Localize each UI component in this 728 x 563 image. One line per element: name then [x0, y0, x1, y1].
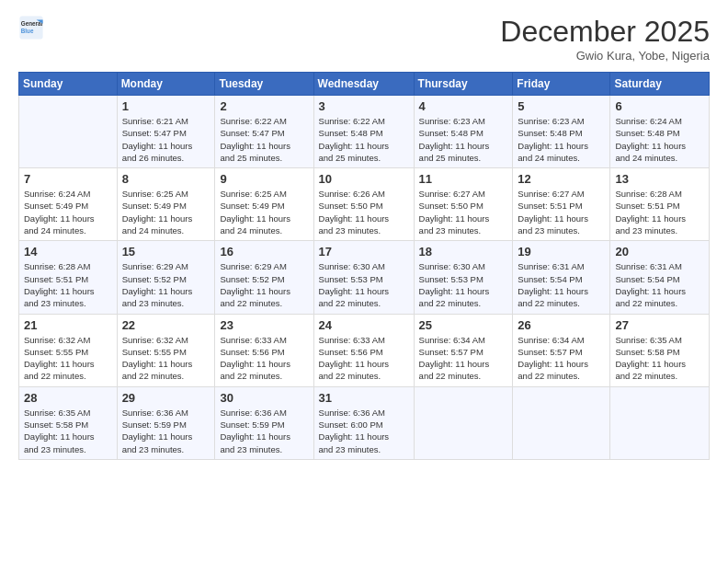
- header: General Blue December 2025 Gwio Kura, Yo…: [18, 15, 710, 63]
- day-number: 3: [319, 99, 409, 113]
- day-number: 16: [220, 245, 308, 259]
- cell-info: Sunrise: 6:31 AM Sunset: 5:54 PM Dayligh…: [518, 260, 605, 309]
- calendar-cell: 26Sunrise: 6:34 AM Sunset: 5:57 PM Dayli…: [513, 314, 610, 386]
- calendar-cell: 19Sunrise: 6:31 AM Sunset: 5:54 PM Dayli…: [513, 241, 610, 314]
- day-number: 23: [220, 318, 308, 332]
- cell-info: Sunrise: 6:35 AM Sunset: 5:58 PM Dayligh…: [615, 334, 704, 383]
- location: Gwio Kura, Yobe, Nigeria: [500, 49, 710, 63]
- day-number: 10: [319, 172, 409, 186]
- cell-info: Sunrise: 6:36 AM Sunset: 6:00 PM Dayligh…: [319, 407, 409, 455]
- cell-info: Sunrise: 6:25 AM Sunset: 5:49 PM Dayligh…: [220, 188, 308, 236]
- calendar-cell: 11Sunrise: 6:27 AM Sunset: 5:50 PM Dayli…: [414, 168, 513, 241]
- cell-info: Sunrise: 6:32 AM Sunset: 5:55 PM Dayligh…: [24, 334, 112, 383]
- day-number: 26: [518, 318, 605, 332]
- day-number: 17: [319, 245, 409, 259]
- calendar-week-row: 7Sunrise: 6:24 AM Sunset: 5:49 PM Daylig…: [19, 168, 710, 241]
- cell-info: Sunrise: 6:21 AM Sunset: 5:47 PM Dayligh…: [122, 115, 210, 164]
- calendar-cell: 27Sunrise: 6:35 AM Sunset: 5:58 PM Dayli…: [610, 314, 710, 386]
- cell-info: Sunrise: 6:27 AM Sunset: 5:50 PM Dayligh…: [419, 188, 508, 236]
- cell-info: Sunrise: 6:32 AM Sunset: 5:55 PM Dayligh…: [122, 334, 210, 383]
- calendar-cell: 2Sunrise: 6:22 AM Sunset: 5:47 PM Daylig…: [215, 96, 313, 168]
- day-number: 24: [319, 318, 409, 332]
- day-number: 31: [319, 391, 409, 405]
- calendar-week-row: 1Sunrise: 6:21 AM Sunset: 5:47 PM Daylig…: [19, 96, 710, 168]
- calendar-cell: 12Sunrise: 6:27 AM Sunset: 5:51 PM Dayli…: [513, 168, 610, 241]
- calendar-cell: 18Sunrise: 6:30 AM Sunset: 5:53 PM Dayli…: [414, 241, 513, 314]
- calendar-cell: 31Sunrise: 6:36 AM Sunset: 6:00 PM Dayli…: [313, 386, 414, 459]
- cell-info: Sunrise: 6:31 AM Sunset: 5:54 PM Dayligh…: [615, 260, 704, 309]
- calendar-cell: 25Sunrise: 6:34 AM Sunset: 5:57 PM Dayli…: [414, 314, 513, 386]
- cell-info: Sunrise: 6:28 AM Sunset: 5:51 PM Dayligh…: [24, 260, 112, 309]
- cell-info: Sunrise: 6:26 AM Sunset: 5:50 PM Dayligh…: [319, 188, 409, 236]
- col-thursday: Thursday: [414, 73, 513, 96]
- calendar-week-row: 14Sunrise: 6:28 AM Sunset: 5:51 PM Dayli…: [19, 241, 710, 314]
- svg-text:Blue: Blue: [21, 28, 34, 34]
- day-number: 4: [419, 99, 508, 113]
- calendar-table: Sunday Monday Tuesday Wednesday Thursday…: [18, 72, 710, 460]
- calendar-cell: 9Sunrise: 6:25 AM Sunset: 5:49 PM Daylig…: [215, 168, 313, 241]
- cell-info: Sunrise: 6:22 AM Sunset: 5:47 PM Dayligh…: [220, 115, 308, 164]
- cell-info: Sunrise: 6:24 AM Sunset: 5:49 PM Dayligh…: [24, 188, 112, 236]
- calendar-cell: 15Sunrise: 6:29 AM Sunset: 5:52 PM Dayli…: [117, 241, 215, 314]
- calendar-cell: 13Sunrise: 6:28 AM Sunset: 5:51 PM Dayli…: [610, 168, 710, 241]
- cell-info: Sunrise: 6:29 AM Sunset: 5:52 PM Dayligh…: [122, 260, 210, 309]
- cell-info: Sunrise: 6:27 AM Sunset: 5:51 PM Dayligh…: [518, 188, 605, 236]
- calendar-cell: 3Sunrise: 6:22 AM Sunset: 5:48 PM Daylig…: [313, 96, 414, 168]
- calendar-week-row: 21Sunrise: 6:32 AM Sunset: 5:55 PM Dayli…: [19, 314, 710, 386]
- cell-info: Sunrise: 6:25 AM Sunset: 5:49 PM Dayligh…: [122, 188, 210, 236]
- calendar-cell: 24Sunrise: 6:33 AM Sunset: 5:56 PM Dayli…: [313, 314, 414, 386]
- calendar-cell: 4Sunrise: 6:23 AM Sunset: 5:48 PM Daylig…: [414, 96, 513, 168]
- cell-info: Sunrise: 6:35 AM Sunset: 5:58 PM Dayligh…: [24, 407, 112, 455]
- calendar-cell: 28Sunrise: 6:35 AM Sunset: 5:58 PM Dayli…: [19, 386, 118, 459]
- day-number: 5: [518, 99, 605, 113]
- calendar-cell: 16Sunrise: 6:29 AM Sunset: 5:52 PM Dayli…: [215, 241, 313, 314]
- day-number: 11: [419, 172, 508, 186]
- title-section: December 2025 Gwio Kura, Yobe, Nigeria: [500, 15, 710, 63]
- calendar-cell: 8Sunrise: 6:25 AM Sunset: 5:49 PM Daylig…: [117, 168, 215, 241]
- calendar-cell: 30Sunrise: 6:36 AM Sunset: 5:59 PM Dayli…: [215, 386, 313, 459]
- day-number: 2: [220, 99, 308, 113]
- calendar-cell: 21Sunrise: 6:32 AM Sunset: 5:55 PM Dayli…: [19, 314, 118, 386]
- day-number: 20: [615, 245, 704, 259]
- calendar-cell: 6Sunrise: 6:24 AM Sunset: 5:48 PM Daylig…: [610, 96, 710, 168]
- cell-info: Sunrise: 6:34 AM Sunset: 5:57 PM Dayligh…: [518, 334, 605, 383]
- cell-info: Sunrise: 6:22 AM Sunset: 5:48 PM Dayligh…: [319, 115, 409, 164]
- calendar-cell: 10Sunrise: 6:26 AM Sunset: 5:50 PM Dayli…: [313, 168, 414, 241]
- day-number: 27: [615, 318, 704, 332]
- day-number: 21: [24, 318, 112, 332]
- day-number: 28: [24, 391, 112, 405]
- cell-info: Sunrise: 6:36 AM Sunset: 5:59 PM Dayligh…: [220, 407, 308, 455]
- calendar-week-row: 28Sunrise: 6:35 AM Sunset: 5:58 PM Dayli…: [19, 386, 710, 459]
- calendar-cell: [610, 386, 710, 459]
- day-number: 25: [419, 318, 508, 332]
- day-number: 14: [24, 245, 112, 259]
- day-number: 30: [220, 391, 308, 405]
- day-number: 29: [122, 391, 210, 405]
- day-number: 13: [615, 172, 704, 186]
- calendar-cell: 1Sunrise: 6:21 AM Sunset: 5:47 PM Daylig…: [117, 96, 215, 168]
- cell-info: Sunrise: 6:29 AM Sunset: 5:52 PM Dayligh…: [220, 260, 308, 309]
- col-sunday: Sunday: [19, 73, 118, 96]
- calendar-cell: 23Sunrise: 6:33 AM Sunset: 5:56 PM Dayli…: [215, 314, 313, 386]
- calendar-cell: 20Sunrise: 6:31 AM Sunset: 5:54 PM Dayli…: [610, 241, 710, 314]
- calendar-cell: 17Sunrise: 6:30 AM Sunset: 5:53 PM Dayli…: [313, 241, 414, 314]
- cell-info: Sunrise: 6:30 AM Sunset: 5:53 PM Dayligh…: [419, 260, 508, 309]
- calendar-cell: [414, 386, 513, 459]
- calendar-cell: 22Sunrise: 6:32 AM Sunset: 5:55 PM Dayli…: [117, 314, 215, 386]
- cell-info: Sunrise: 6:23 AM Sunset: 5:48 PM Dayligh…: [518, 115, 605, 164]
- day-number: 8: [122, 172, 210, 186]
- calendar-cell: [513, 386, 610, 459]
- logo: General Blue: [18, 15, 44, 40]
- calendar-header-row: Sunday Monday Tuesday Wednesday Thursday…: [19, 73, 710, 96]
- cell-info: Sunrise: 6:30 AM Sunset: 5:53 PM Dayligh…: [319, 260, 409, 309]
- day-number: 7: [24, 172, 112, 186]
- day-number: 12: [518, 172, 605, 186]
- logo-icon: General Blue: [18, 15, 44, 40]
- day-number: 15: [122, 245, 210, 259]
- day-number: 1: [122, 99, 210, 113]
- day-number: 19: [518, 245, 605, 259]
- col-saturday: Saturday: [610, 73, 710, 96]
- cell-info: Sunrise: 6:23 AM Sunset: 5:48 PM Dayligh…: [419, 115, 508, 164]
- month-title: December 2025: [500, 15, 710, 49]
- calendar-cell: 7Sunrise: 6:24 AM Sunset: 5:49 PM Daylig…: [19, 168, 118, 241]
